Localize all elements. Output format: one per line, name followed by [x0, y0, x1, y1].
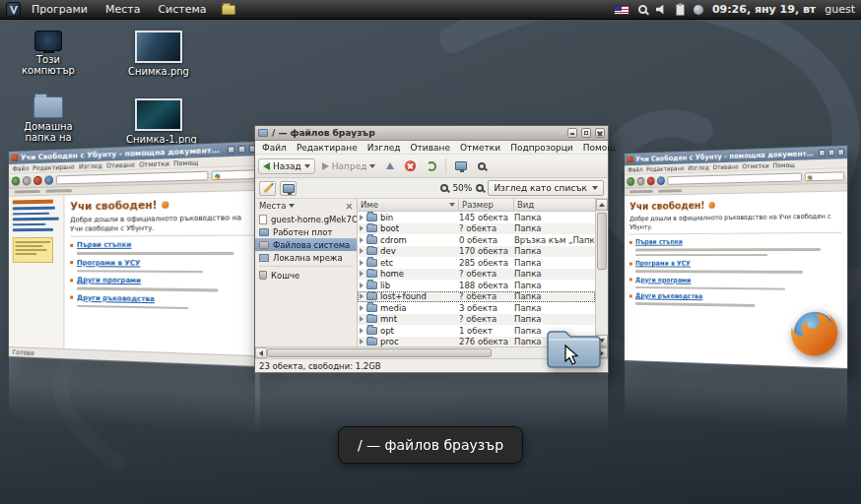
scroll-up-button[interactable] — [596, 199, 608, 211]
reload-icon[interactable] — [657, 176, 665, 185]
file-row-cdrom[interactable]: cdrom 0 обектаВръзка към „Папка“ — [358, 234, 595, 246]
reload-button[interactable] — [423, 159, 440, 173]
stop-icon[interactable] — [33, 175, 41, 184]
back-icon[interactable] — [12, 176, 20, 185]
google-search-box[interactable] — [212, 169, 257, 180]
expander-icon[interactable] — [360, 215, 364, 220]
file-row-etc[interactable]: etc 285 обектаПапка — [358, 257, 595, 269]
forward-button[interactable]: Напред — [318, 159, 380, 173]
place-item-network[interactable]: Локална мрежа — [255, 251, 357, 264]
user-menu[interactable]: guest — [825, 3, 855, 16]
root-location-button[interactable] — [280, 181, 297, 196]
expander-icon[interactable] — [360, 225, 364, 231]
bookmark-item[interactable] — [658, 189, 682, 192]
column-header-name[interactable]: Име — [358, 199, 459, 211]
docs-link-item[interactable]: Програми в УСУ — [629, 260, 841, 268]
bookmark-item[interactable] — [15, 190, 40, 194]
file-row-home[interactable]: home ? обектаПапка — [358, 269, 595, 281]
expander-icon[interactable] — [360, 283, 364, 288]
expander-icon[interactable] — [360, 271, 364, 277]
volume-icon[interactable] — [656, 4, 667, 15]
docs-link-item[interactable]: Първи стъпки — [629, 237, 841, 246]
sidebar-link[interactable] — [13, 212, 49, 215]
scroll-left-button[interactable] — [255, 347, 267, 358]
place-item-desktop[interactable]: Работен плот — [255, 225, 357, 238]
maximize-button[interactable] — [581, 128, 591, 138]
place-item-filesystem[interactable]: Файлова система — [255, 238, 357, 251]
search-button[interactable] — [474, 160, 490, 172]
expander-icon[interactable] — [360, 248, 364, 254]
reload-icon[interactable] — [44, 175, 53, 184]
docs-sidebar[interactable] — [9, 195, 64, 348]
close-sidebar-icon[interactable] — [346, 203, 353, 210]
maximize-button[interactable] — [238, 146, 246, 154]
minimize-button[interactable] — [228, 146, 235, 154]
sidebar-link[interactable] — [13, 222, 46, 225]
expander-icon[interactable] — [360, 339, 364, 345]
menu-system[interactable]: Система — [151, 1, 213, 18]
menu-places[interactable]: Места — [99, 1, 147, 18]
expander-icon[interactable] — [360, 260, 364, 266]
docs-link-item[interactable]: Програми в УСУ — [70, 259, 253, 268]
file-row-dev[interactable]: dev 170 обектаПапка — [358, 246, 595, 258]
sidebar-link[interactable] — [13, 218, 59, 220]
close-button[interactable] — [837, 149, 844, 156]
expander-icon[interactable] — [360, 305, 364, 311]
menubar-item-file[interactable]: Файл — [257, 142, 292, 154]
keyboard-layout-flag-icon[interactable] — [614, 5, 629, 15]
computer-button[interactable] — [451, 159, 471, 172]
menubar-item-view[interactable]: Изглед — [363, 142, 406, 154]
distro-logo-icon[interactable] — [6, 2, 21, 17]
desktop-icon-computer[interactable]: Този компютър — [16, 31, 81, 76]
column-header-size[interactable]: Размер — [459, 199, 514, 211]
stop-icon[interactable] — [647, 176, 655, 185]
file-row-lib[interactable]: lib 188 обектаПапка — [358, 280, 595, 291]
switcher-window-left[interactable]: Учи Свободен с Убунту - помощна документ… — [8, 141, 261, 368]
expander-icon[interactable] — [360, 316, 364, 322]
expander-icon[interactable] — [360, 293, 364, 299]
desktop-icon-snimka[interactable]: Снимка.png — [126, 31, 191, 77]
stop-button[interactable] — [401, 158, 420, 173]
forward-icon[interactable] — [23, 176, 31, 185]
address-bar[interactable] — [667, 172, 801, 184]
forward-icon[interactable] — [637, 176, 645, 185]
docs-link-item[interactable]: Други програми — [70, 276, 253, 285]
file-row-mnt[interactable]: mnt ? обектаПапка — [358, 314, 595, 326]
place-item-guest-home[interactable]: guest-home.gMek7O — [255, 213, 357, 225]
desktop-icon-snimka1[interactable]: Снимка-1.png — [126, 98, 191, 145]
docs-link-item[interactable]: Първи стъпки — [70, 240, 253, 249]
maximize-button[interactable] — [828, 149, 835, 156]
menubar-item-edit[interactable]: Редактиране — [292, 142, 363, 154]
clipboard-icon[interactable] — [676, 4, 685, 16]
menu-applications[interactable]: Програми — [25, 1, 95, 18]
file-row-bin[interactable]: bin 145 обектаПапка — [358, 212, 595, 223]
menubar-item-bookmarks[interactable]: Отметки — [455, 142, 505, 154]
file-row-media[interactable]: media 3 обектаПапка — [358, 302, 595, 314]
place-item-trash[interactable]: Кошче — [255, 269, 357, 282]
scroll-track[interactable] — [596, 211, 608, 335]
docs-link-item[interactable]: Други ръководства — [629, 292, 841, 303]
notification-icon[interactable] — [694, 5, 703, 15]
desktop-icon-home[interactable]: Домашна папка на — [16, 96, 81, 143]
window-titlebar[interactable]: / — файлов браузър — [255, 126, 608, 141]
column-header-type[interactable]: Вид — [514, 199, 595, 211]
back-button[interactable]: Назад — [258, 158, 315, 174]
scroll-thumb[interactable] — [267, 348, 492, 357]
minimize-button[interactable] — [567, 128, 577, 138]
bookmark-item[interactable] — [45, 189, 72, 193]
up-button[interactable] — [382, 160, 398, 171]
expander-icon[interactable] — [360, 328, 364, 334]
file-manager-launcher-icon[interactable] — [222, 5, 235, 15]
file-row-lost-found[interactable]: lost+found ? обектаПапка — [358, 291, 595, 303]
menubar-item-help[interactable]: Помощ — [578, 142, 621, 154]
bookmark-item[interactable] — [629, 190, 653, 193]
back-icon[interactable] — [628, 177, 635, 186]
docs-link-item[interactable]: Други програми — [629, 276, 841, 284]
docs-link-item[interactable]: Други ръководства — [70, 293, 253, 304]
expander-icon[interactable] — [360, 237, 364, 243]
places-header[interactable]: Места — [255, 199, 357, 213]
google-search-box[interactable] — [805, 171, 844, 181]
address-bar[interactable] — [56, 170, 209, 184]
edit-location-toggle[interactable] — [259, 181, 276, 196]
zoom-out-icon[interactable] — [440, 184, 448, 192]
